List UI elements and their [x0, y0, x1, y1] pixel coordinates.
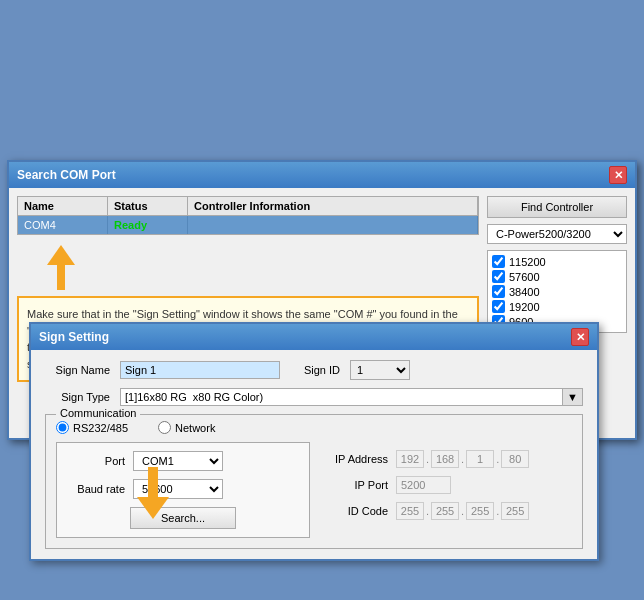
baud-115200-item[interactable]: 115200 — [492, 255, 622, 268]
col-header-name: Name — [18, 197, 108, 215]
id-dot-1: . — [426, 505, 429, 517]
arrow-down-stem — [148, 467, 158, 497]
sign-id-label: Sign ID — [290, 364, 340, 376]
ip-dot-2: . — [461, 453, 464, 465]
rs232-radio[interactable] — [56, 421, 69, 434]
ip-part-4 — [501, 450, 529, 468]
col-header-info: Controller Information — [188, 197, 478, 215]
sign-name-label: Sign Name — [45, 364, 110, 376]
arrow-up-indicator — [47, 245, 75, 290]
arrow-up-head — [47, 245, 75, 265]
rs232-option[interactable]: RS232/485 — [56, 421, 128, 434]
ip-part-1 — [396, 450, 424, 468]
row-name: COM4 — [18, 216, 108, 234]
table-header: Name Status Controller Information — [18, 197, 478, 216]
sign-type-input[interactable] — [120, 388, 563, 406]
ip-address-input: . . . — [396, 450, 529, 468]
id-dot-2: . — [461, 505, 464, 517]
comm-left-panel: Port COM1 Baud rate 57600 Search... — [56, 442, 310, 538]
ip-port-label: IP Port — [328, 479, 388, 491]
ip-port-input — [396, 476, 451, 494]
main-title: Search COM Port — [17, 168, 116, 182]
id-code-1 — [396, 502, 424, 520]
sign-type-container: ▼ — [120, 388, 583, 406]
communication-options: RS232/485 Network — [56, 421, 572, 434]
sign-window-body: Sign Name Sign ID 1 Sign Type ▼ Communic… — [31, 350, 597, 559]
communication-group: Communication RS232/485 Network — [45, 414, 583, 549]
network-radio[interactable] — [158, 421, 171, 434]
table-row[interactable]: COM4 Ready — [18, 216, 478, 234]
sign-type-label: Sign Type — [45, 391, 110, 403]
rs232-label: RS232/485 — [73, 422, 128, 434]
controller-select[interactable]: C-Power5200/3200 — [487, 224, 627, 244]
ip-address-label: IP Address — [328, 453, 388, 465]
arrow-down-head — [137, 497, 169, 519]
sign-window-close-button[interactable]: ✕ — [571, 328, 589, 346]
row-info — [188, 216, 478, 234]
id-code-4 — [501, 502, 529, 520]
sign-type-dropdown-button[interactable]: ▼ — [563, 388, 583, 406]
ip-part-3 — [466, 450, 494, 468]
baud-115200-checkbox[interactable] — [492, 255, 505, 268]
ip-port-row: IP Port — [328, 476, 564, 494]
baud-row: Baud rate 57600 — [65, 479, 301, 499]
arrow-down-container — [137, 467, 169, 519]
baud-19200-checkbox[interactable] — [492, 300, 505, 313]
arrow-up-container — [17, 241, 479, 290]
col-header-status: Status — [108, 197, 188, 215]
baud-38400-item[interactable]: 38400 — [492, 285, 622, 298]
sign-window-title: Sign Setting — [39, 330, 109, 344]
network-label: Network — [175, 422, 215, 434]
port-row: Port COM1 — [65, 451, 301, 471]
ip-dot-1: . — [426, 453, 429, 465]
comm-right-panel: IP Address . . . — [320, 442, 572, 538]
baud-57600-label: 57600 — [509, 271, 540, 283]
find-controller-button[interactable]: Find Controller — [487, 196, 627, 218]
network-option[interactable]: Network — [158, 421, 215, 434]
id-code-row: ID Code . . . — [328, 502, 564, 520]
baud-19200-label: 19200 — [509, 301, 540, 313]
baud-38400-label: 38400 — [509, 286, 540, 298]
ip-part-2 — [431, 450, 459, 468]
baud-38400-checkbox[interactable] — [492, 285, 505, 298]
id-code-label: ID Code — [328, 505, 388, 517]
sign-window-titlebar: Sign Setting ✕ — [31, 324, 597, 350]
row-status: Ready — [108, 216, 188, 234]
sign-id-select[interactable]: 1 — [350, 360, 410, 380]
id-dot-3: . — [496, 505, 499, 517]
communication-body: Port COM1 Baud rate 57600 Search... — [56, 442, 572, 538]
baud-19200-item[interactable]: 19200 — [492, 300, 622, 313]
ip-address-row: IP Address . . . — [328, 450, 564, 468]
ip-dot-3: . — [496, 453, 499, 465]
baud-57600-checkbox[interactable] — [492, 270, 505, 283]
baud-rate-list: 115200 57600 38400 19200 9600 — [487, 250, 627, 333]
id-code-2 — [431, 502, 459, 520]
id-code-3 — [466, 502, 494, 520]
sign-name-row: Sign Name Sign ID 1 — [45, 360, 583, 380]
communication-label: Communication — [56, 407, 140, 419]
main-titlebar: Search COM Port ✕ — [9, 162, 635, 188]
baud-115200-label: 115200 — [509, 256, 546, 268]
arrow-up-stem — [57, 265, 65, 290]
port-label: Port — [65, 455, 125, 467]
sign-name-input[interactable] — [120, 361, 280, 379]
main-window: Search COM Port ✕ Name Status Controller… — [7, 160, 637, 440]
baud-57600-item[interactable]: 57600 — [492, 270, 622, 283]
baud-label: Baud rate — [65, 483, 125, 495]
id-code-input: . . . — [396, 502, 529, 520]
sign-type-row: Sign Type ▼ — [45, 388, 583, 406]
sign-setting-window: Sign Setting ✕ Sign Name Sign ID 1 Sign … — [29, 322, 599, 561]
main-close-button[interactable]: ✕ — [609, 166, 627, 184]
com-table: Name Status Controller Information COM4 … — [17, 196, 479, 235]
